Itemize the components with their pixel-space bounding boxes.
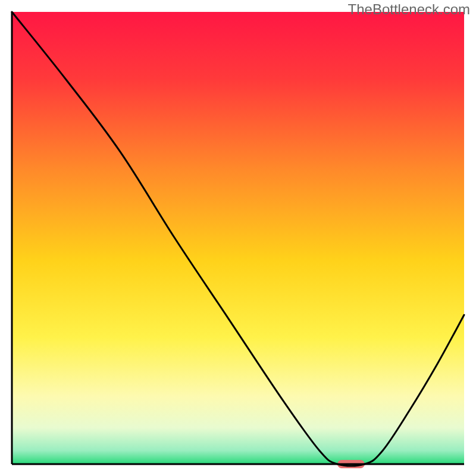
- attribution-label: TheBottleneck.com: [348, 1, 470, 18]
- chart-svg: [0, 0, 476, 476]
- bottleneck-chart: TheBottleneck.com: [0, 0, 476, 476]
- gradient-background: [12, 12, 464, 464]
